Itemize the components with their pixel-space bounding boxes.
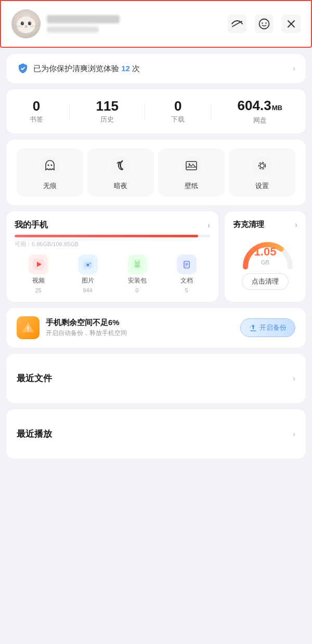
recent-files-label: 最近文件 [17, 372, 52, 384]
svg-point-41 [138, 263, 139, 264]
my-phone-title-row: 我的手机 › [15, 220, 210, 231]
quick-actions-grid: 无痕 暗夜 [17, 148, 295, 197]
svg-point-49 [28, 330, 29, 331]
clean-button[interactable]: 点击清理 [242, 273, 289, 290]
close-button[interactable] [282, 15, 301, 33]
stat-cloud-value: 604.3 [238, 98, 271, 114]
svg-point-23 [51, 165, 53, 166]
stat-cloud-value-wrap: 604.3 MB [238, 98, 282, 114]
quick-actions-card: 无痕 暗夜 [6, 140, 306, 205]
backup-text: 手机剩余空间不足6% 开启自动备份，释放手机空间 [46, 318, 234, 338]
file-item-photo[interactable]: 图片 944 [64, 254, 111, 293]
video-icon [29, 254, 48, 274]
file-item-apk[interactable]: 安装包 0 [113, 254, 161, 293]
recent-play-row[interactable]: 最近播放 › [17, 418, 295, 450]
svg-point-40 [136, 263, 137, 264]
face-id-button[interactable] [255, 15, 274, 33]
stat-downloads-value: 0 [174, 99, 181, 113]
svg-point-6 [21, 22, 24, 25]
stat-bookmarks-value: 0 [33, 99, 40, 113]
protection-banner[interactable]: 已为你保护清爽浏览体验 12 次 › [6, 54, 306, 83]
backup-warning-icon [17, 316, 40, 339]
gauge-value: 1.05 GB [254, 245, 277, 266]
svg-point-18 [265, 22, 266, 23]
ghost-icon [38, 154, 61, 177]
gauge-unit: GB [254, 259, 277, 266]
quick-label-incognito: 无痕 [43, 181, 57, 191]
svg-point-36 [86, 264, 89, 266]
my-phone-chevron[interactable]: › [207, 221, 210, 230]
clean-chevron[interactable]: › [295, 220, 297, 230]
eye-icon-button[interactable] [228, 15, 246, 33]
backup-title: 手机剩余空间不足6% [46, 318, 234, 328]
user-info [47, 15, 228, 33]
recent-files-card[interactable]: 最近文件 › [6, 354, 306, 403]
recent-play-chevron: › [293, 430, 295, 439]
file-label-doc: 文档 [180, 276, 193, 285]
phone-clean-section: 我的手机 › 可用：6.86GB/108.85GB 视频 25 [6, 211, 306, 302]
my-phone-title: 我的手机 [15, 220, 48, 231]
svg-rect-42 [135, 265, 139, 267]
svg-point-9 [30, 22, 31, 23]
user-subtitle [47, 26, 99, 33]
stat-history[interactable]: 115 历史 [96, 99, 118, 124]
storage-progress-wrap [15, 235, 210, 237]
stat-cloud[interactable]: 604.3 MB 网盘 [238, 98, 282, 125]
stat-divider-3 [211, 102, 211, 121]
svg-point-16 [259, 19, 269, 29]
quick-label-night: 暗夜 [114, 181, 127, 191]
quick-item-night[interactable]: 暗夜 [87, 148, 154, 197]
gauge-num: 1.05 [254, 245, 277, 259]
file-label-photo: 图片 [82, 276, 94, 285]
svg-point-37 [89, 263, 90, 264]
clean-gauge: 1.05 GB [239, 235, 291, 266]
avatar[interactable] [11, 9, 41, 38]
stat-history-value: 115 [96, 99, 118, 113]
doc-icon [177, 254, 197, 274]
quick-label-settings: 设置 [255, 181, 269, 191]
recent-play-card[interactable]: 最近播放 › [6, 409, 306, 459]
protection-suffix: 次 [132, 64, 140, 73]
file-count-video: 25 [35, 287, 41, 293]
stat-cloud-label: 网盘 [253, 116, 267, 125]
file-count-photo: 944 [83, 287, 92, 293]
storage-info-text: 可用：6.86GB/108.85GB [15, 240, 210, 248]
recent-play-label: 最近播放 [17, 428, 52, 440]
stat-downloads-label: 下载 [171, 115, 185, 124]
header-actions [228, 15, 301, 33]
quick-item-wallpaper[interactable]: 壁纸 [158, 148, 225, 197]
my-phone-card: 我的手机 › 可用：6.86GB/108.85GB 视频 25 [6, 211, 218, 302]
svg-point-8 [22, 22, 23, 23]
svg-point-7 [28, 22, 31, 25]
file-item-video[interactable]: 视频 25 [15, 254, 62, 293]
photo-icon [78, 254, 98, 274]
backup-banner: 手机剩余空间不足6% 开启自动备份，释放手机空间 开启备份 [6, 308, 306, 347]
wallpaper-icon [180, 154, 203, 177]
file-count-apk: 0 [135, 287, 138, 293]
quick-label-wallpaper: 壁纸 [185, 181, 198, 191]
recent-files-chevron: › [293, 374, 295, 383]
svg-rect-21 [41, 156, 59, 175]
stat-bookmarks-label: 书签 [30, 115, 43, 124]
stat-divider-2 [145, 102, 145, 121]
settings-icon [251, 154, 274, 177]
clean-title-text: 夯克清理 [233, 220, 264, 230]
backup-button[interactable]: 开启备份 [240, 318, 295, 337]
header [0, 0, 312, 48]
stat-bookmarks[interactable]: 0 书签 [30, 99, 43, 124]
file-item-doc[interactable]: 文档 5 [163, 254, 210, 293]
stats-row: 0 书签 115 历史 0 下载 604.3 MB 网盘 [17, 98, 295, 125]
recent-files-row[interactable]: 最近文件 › [17, 362, 295, 395]
svg-rect-29 [253, 156, 271, 175]
clean-title-row: 夯克清理 › [233, 220, 297, 230]
quick-item-settings[interactable]: 设置 [229, 148, 295, 197]
file-label-apk: 安装包 [128, 276, 147, 285]
quick-item-incognito[interactable]: 无痕 [17, 148, 83, 197]
svg-point-10 [25, 25, 27, 26]
apk-icon [127, 254, 147, 274]
protection-main-text: 已为你保护清爽浏览体验 [33, 64, 119, 73]
svg-point-22 [48, 165, 49, 166]
file-count-doc: 5 [185, 287, 188, 293]
stat-downloads[interactable]: 0 下载 [171, 99, 185, 124]
protection-count: 12 [121, 64, 130, 73]
